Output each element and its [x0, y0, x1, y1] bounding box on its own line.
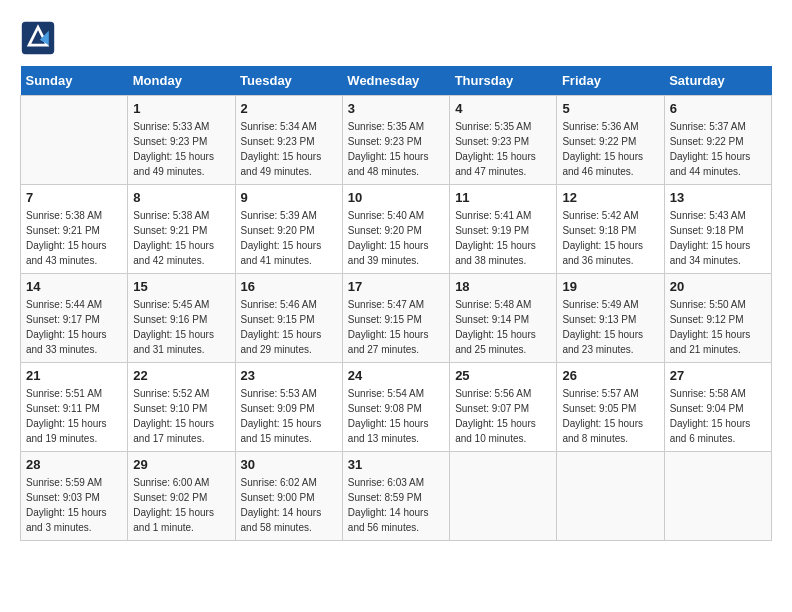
day-number: 17 — [348, 279, 444, 294]
day-number: 11 — [455, 190, 551, 205]
calendar-week-row: 28Sunrise: 5:59 AM Sunset: 9:03 PM Dayli… — [21, 452, 772, 541]
day-info: Sunrise: 5:56 AM Sunset: 9:07 PM Dayligh… — [455, 386, 551, 446]
day-info: Sunrise: 5:35 AM Sunset: 9:23 PM Dayligh… — [348, 119, 444, 179]
day-number: 1 — [133, 101, 229, 116]
day-number: 6 — [670, 101, 766, 116]
day-number: 19 — [562, 279, 658, 294]
day-number: 16 — [241, 279, 337, 294]
calendar-week-row: 7Sunrise: 5:38 AM Sunset: 9:21 PM Daylig… — [21, 185, 772, 274]
day-number: 12 — [562, 190, 658, 205]
day-info: Sunrise: 6:02 AM Sunset: 9:00 PM Dayligh… — [241, 475, 337, 535]
day-number: 15 — [133, 279, 229, 294]
calendar-cell: 23Sunrise: 5:53 AM Sunset: 9:09 PM Dayli… — [235, 363, 342, 452]
day-number: 29 — [133, 457, 229, 472]
day-info: Sunrise: 5:57 AM Sunset: 9:05 PM Dayligh… — [562, 386, 658, 446]
day-info: Sunrise: 5:38 AM Sunset: 9:21 PM Dayligh… — [133, 208, 229, 268]
calendar-cell: 28Sunrise: 5:59 AM Sunset: 9:03 PM Dayli… — [21, 452, 128, 541]
calendar-cell: 20Sunrise: 5:50 AM Sunset: 9:12 PM Dayli… — [664, 274, 771, 363]
day-info: Sunrise: 5:53 AM Sunset: 9:09 PM Dayligh… — [241, 386, 337, 446]
weekday-header-saturday: Saturday — [664, 66, 771, 96]
day-info: Sunrise: 5:49 AM Sunset: 9:13 PM Dayligh… — [562, 297, 658, 357]
day-info: Sunrise: 6:03 AM Sunset: 8:59 PM Dayligh… — [348, 475, 444, 535]
day-info: Sunrise: 5:59 AM Sunset: 9:03 PM Dayligh… — [26, 475, 122, 535]
day-number: 9 — [241, 190, 337, 205]
calendar-week-row: 1Sunrise: 5:33 AM Sunset: 9:23 PM Daylig… — [21, 96, 772, 185]
calendar-cell — [450, 452, 557, 541]
day-number: 7 — [26, 190, 122, 205]
day-info: Sunrise: 5:40 AM Sunset: 9:20 PM Dayligh… — [348, 208, 444, 268]
day-info: Sunrise: 5:58 AM Sunset: 9:04 PM Dayligh… — [670, 386, 766, 446]
day-number: 28 — [26, 457, 122, 472]
calendar-cell: 24Sunrise: 5:54 AM Sunset: 9:08 PM Dayli… — [342, 363, 449, 452]
day-number: 30 — [241, 457, 337, 472]
day-info: Sunrise: 5:50 AM Sunset: 9:12 PM Dayligh… — [670, 297, 766, 357]
day-info: Sunrise: 5:45 AM Sunset: 9:16 PM Dayligh… — [133, 297, 229, 357]
day-number: 25 — [455, 368, 551, 383]
calendar-cell: 6Sunrise: 5:37 AM Sunset: 9:22 PM Daylig… — [664, 96, 771, 185]
day-number: 3 — [348, 101, 444, 116]
day-number: 31 — [348, 457, 444, 472]
calendar-cell: 26Sunrise: 5:57 AM Sunset: 9:05 PM Dayli… — [557, 363, 664, 452]
calendar-cell: 10Sunrise: 5:40 AM Sunset: 9:20 PM Dayli… — [342, 185, 449, 274]
day-info: Sunrise: 5:44 AM Sunset: 9:17 PM Dayligh… — [26, 297, 122, 357]
day-info: Sunrise: 5:48 AM Sunset: 9:14 PM Dayligh… — [455, 297, 551, 357]
calendar-cell: 25Sunrise: 5:56 AM Sunset: 9:07 PM Dayli… — [450, 363, 557, 452]
calendar-week-row: 14Sunrise: 5:44 AM Sunset: 9:17 PM Dayli… — [21, 274, 772, 363]
day-number: 22 — [133, 368, 229, 383]
day-number: 13 — [670, 190, 766, 205]
day-number: 21 — [26, 368, 122, 383]
day-info: Sunrise: 5:42 AM Sunset: 9:18 PM Dayligh… — [562, 208, 658, 268]
weekday-header-friday: Friday — [557, 66, 664, 96]
day-info: Sunrise: 5:51 AM Sunset: 9:11 PM Dayligh… — [26, 386, 122, 446]
calendar-cell: 22Sunrise: 5:52 AM Sunset: 9:10 PM Dayli… — [128, 363, 235, 452]
calendar-cell — [21, 96, 128, 185]
weekday-header-row: SundayMondayTuesdayWednesdayThursdayFrid… — [21, 66, 772, 96]
weekday-header-monday: Monday — [128, 66, 235, 96]
calendar-cell: 18Sunrise: 5:48 AM Sunset: 9:14 PM Dayli… — [450, 274, 557, 363]
calendar-cell: 3Sunrise: 5:35 AM Sunset: 9:23 PM Daylig… — [342, 96, 449, 185]
calendar-cell: 7Sunrise: 5:38 AM Sunset: 9:21 PM Daylig… — [21, 185, 128, 274]
weekday-header-thursday: Thursday — [450, 66, 557, 96]
day-number: 5 — [562, 101, 658, 116]
calendar-cell: 30Sunrise: 6:02 AM Sunset: 9:00 PM Dayli… — [235, 452, 342, 541]
day-number: 4 — [455, 101, 551, 116]
day-number: 26 — [562, 368, 658, 383]
calendar-cell: 16Sunrise: 5:46 AM Sunset: 9:15 PM Dayli… — [235, 274, 342, 363]
logo-icon — [20, 20, 56, 56]
day-info: Sunrise: 5:39 AM Sunset: 9:20 PM Dayligh… — [241, 208, 337, 268]
calendar-cell: 13Sunrise: 5:43 AM Sunset: 9:18 PM Dayli… — [664, 185, 771, 274]
day-info: Sunrise: 5:43 AM Sunset: 9:18 PM Dayligh… — [670, 208, 766, 268]
calendar-cell: 11Sunrise: 5:41 AM Sunset: 9:19 PM Dayli… — [450, 185, 557, 274]
calendar-cell: 14Sunrise: 5:44 AM Sunset: 9:17 PM Dayli… — [21, 274, 128, 363]
calendar-cell: 29Sunrise: 6:00 AM Sunset: 9:02 PM Dayli… — [128, 452, 235, 541]
day-number: 27 — [670, 368, 766, 383]
day-number: 8 — [133, 190, 229, 205]
logo — [20, 20, 60, 56]
calendar-cell: 4Sunrise: 5:35 AM Sunset: 9:23 PM Daylig… — [450, 96, 557, 185]
calendar-cell: 5Sunrise: 5:36 AM Sunset: 9:22 PM Daylig… — [557, 96, 664, 185]
day-info: Sunrise: 5:47 AM Sunset: 9:15 PM Dayligh… — [348, 297, 444, 357]
day-info: Sunrise: 6:00 AM Sunset: 9:02 PM Dayligh… — [133, 475, 229, 535]
day-info: Sunrise: 5:38 AM Sunset: 9:21 PM Dayligh… — [26, 208, 122, 268]
calendar-cell: 17Sunrise: 5:47 AM Sunset: 9:15 PM Dayli… — [342, 274, 449, 363]
day-info: Sunrise: 5:52 AM Sunset: 9:10 PM Dayligh… — [133, 386, 229, 446]
weekday-header-wednesday: Wednesday — [342, 66, 449, 96]
day-info: Sunrise: 5:34 AM Sunset: 9:23 PM Dayligh… — [241, 119, 337, 179]
day-number: 10 — [348, 190, 444, 205]
calendar-cell: 21Sunrise: 5:51 AM Sunset: 9:11 PM Dayli… — [21, 363, 128, 452]
calendar-cell: 19Sunrise: 5:49 AM Sunset: 9:13 PM Dayli… — [557, 274, 664, 363]
day-number: 14 — [26, 279, 122, 294]
calendar-cell: 9Sunrise: 5:39 AM Sunset: 9:20 PM Daylig… — [235, 185, 342, 274]
calendar-cell: 31Sunrise: 6:03 AM Sunset: 8:59 PM Dayli… — [342, 452, 449, 541]
day-number: 2 — [241, 101, 337, 116]
day-number: 18 — [455, 279, 551, 294]
day-number: 24 — [348, 368, 444, 383]
day-number: 23 — [241, 368, 337, 383]
day-info: Sunrise: 5:46 AM Sunset: 9:15 PM Dayligh… — [241, 297, 337, 357]
day-number: 20 — [670, 279, 766, 294]
day-info: Sunrise: 5:33 AM Sunset: 9:23 PM Dayligh… — [133, 119, 229, 179]
calendar-cell: 2Sunrise: 5:34 AM Sunset: 9:23 PM Daylig… — [235, 96, 342, 185]
weekday-header-sunday: Sunday — [21, 66, 128, 96]
page-header — [20, 20, 772, 56]
calendar-week-row: 21Sunrise: 5:51 AM Sunset: 9:11 PM Dayli… — [21, 363, 772, 452]
